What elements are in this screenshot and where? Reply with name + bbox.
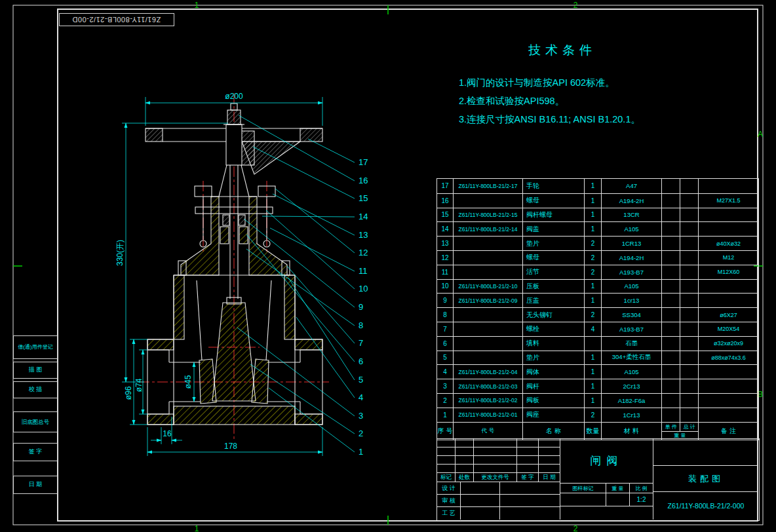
bom-cell-name: 阀板 bbox=[522, 393, 584, 408]
bom-header-weight-group: 单 件 总 计 重 量 bbox=[661, 423, 698, 440]
callout-number: 2 bbox=[359, 428, 363, 438]
bom-cell-qty: 1 bbox=[584, 279, 601, 294]
dim-boss-od: ø96 bbox=[124, 386, 133, 400]
label-review: 审 核 bbox=[437, 495, 461, 506]
callout-number: 14 bbox=[359, 212, 368, 221]
bom-cell-no: 1 bbox=[437, 408, 453, 422]
bom-cell-no: 15 bbox=[437, 208, 453, 222]
change-record-cell bbox=[456, 456, 474, 465]
bom-cell-unit bbox=[661, 208, 680, 222]
callout-number: 6 bbox=[359, 356, 363, 366]
dim-open-height: 330(开) bbox=[115, 240, 125, 266]
bom-cell-code: Z61/11Y-800LB-21/2-15 bbox=[453, 208, 522, 222]
label-design: 设 计 bbox=[437, 482, 461, 494]
technical-condition-item: 2.检查和试验按API598。 bbox=[459, 92, 754, 110]
bom-cell-no: 3 bbox=[437, 379, 453, 393]
change-record-cell bbox=[539, 439, 560, 447]
bom-cell-code: Z61/11Y-800LB-21/2-03 bbox=[453, 379, 522, 393]
bom-cell-code: Z61/11Y-800LB-21/2-01 bbox=[453, 408, 522, 422]
bom-cell-no: 8 bbox=[437, 307, 453, 322]
label-mark: 标记 bbox=[437, 473, 456, 482]
bom-cell-qty: 1 bbox=[584, 193, 601, 208]
bom-cell-qty: 1 bbox=[584, 364, 601, 379]
bom-row: 10Z61/11Y-800LB-21/2-10压板1A105 bbox=[437, 279, 758, 294]
change-record-cell bbox=[437, 465, 456, 473]
bom-cell-rem bbox=[698, 179, 758, 193]
bom-row: 17Z61/11Y-800LB-21/2-17手轮1A47 bbox=[437, 179, 758, 193]
label-stamp-mark: 图样标记 bbox=[560, 484, 606, 493]
bom-cell-tot bbox=[680, 221, 698, 236]
bom-cell-no: 5 bbox=[437, 351, 453, 365]
bom-row: 3Z61/11Y-800LB-21/2-03阀杆12Cr13 bbox=[437, 379, 758, 393]
callout-number: 13 bbox=[359, 230, 368, 240]
weight-value bbox=[606, 493, 630, 506]
bom-cell-no: 7 bbox=[437, 322, 453, 336]
bom-cell-name: 阀座 bbox=[522, 408, 584, 422]
margin-box-old-original-no: 旧底图总号 bbox=[13, 411, 58, 432]
bom-cell-no: 17 bbox=[437, 179, 453, 193]
bom-cell-qty bbox=[584, 336, 601, 351]
bom-cell-rem: M12 bbox=[698, 250, 758, 265]
bom-cell-no: 16 bbox=[437, 193, 453, 208]
callout-number: 5 bbox=[359, 375, 363, 385]
bom-cell-tot bbox=[680, 279, 698, 294]
bom-row: 14Z61/11Y-800LB-21/2-14阀盖1A105 bbox=[437, 221, 758, 236]
callout-number: 7 bbox=[359, 338, 363, 348]
bom-cell-mat: A194-2H bbox=[601, 193, 661, 208]
bom-cell-no: 13 bbox=[437, 236, 453, 250]
bom-header-qty: 数量 bbox=[584, 423, 601, 440]
bom-row: 6填料石墨ø32xø20x9 bbox=[437, 336, 758, 351]
bom-cell-mat: A105 bbox=[601, 364, 661, 379]
gland-assembly bbox=[195, 186, 275, 247]
bom-cell-qty: 2 bbox=[584, 307, 601, 322]
label-weight: 重 量 bbox=[606, 484, 630, 493]
bom-cell-name: 垫片 bbox=[522, 351, 584, 365]
label-process: 工 艺 bbox=[437, 507, 461, 520]
bom-cell-unit bbox=[661, 364, 680, 379]
handwheel bbox=[146, 104, 322, 174]
sign-cell bbox=[461, 507, 500, 520]
seat-ring bbox=[252, 359, 269, 404]
callout-numbers: 17 16 15 14 13 12 11 10 9 8 7 6 5 4 3 2 … bbox=[359, 157, 368, 457]
sign-cell bbox=[461, 495, 500, 506]
cad-sheet: { "sheet": { "stamp": "Z61/11Y-800LB-21/… bbox=[0, 0, 776, 532]
bom-cell-qty: 2 bbox=[584, 265, 601, 279]
bom-cell-tot bbox=[680, 293, 698, 307]
title-block: 标记 处数 更改文件号 签 字 日 期 设 计 审 核 工 艺 闸阀 图样标记 … bbox=[436, 438, 760, 521]
bom-cell-name: 垫片 bbox=[522, 236, 584, 250]
seat-ring bbox=[199, 359, 216, 404]
bom-cell-rem: ø32xø20x9 bbox=[698, 336, 758, 351]
bom-cell-mat: 13CR bbox=[601, 208, 661, 222]
change-record-labels: 标记 处数 更改文件号 签 字 日 期 bbox=[437, 473, 560, 482]
change-record-cell bbox=[437, 447, 456, 456]
zone-label: 1 bbox=[195, 524, 199, 532]
stamp-mark-value bbox=[560, 493, 606, 506]
bom-cell-code: Z61/11Y-800LB-21/2-17 bbox=[453, 179, 522, 193]
bom-cell-no: 10 bbox=[437, 279, 453, 294]
bom-cell-name: 活节 bbox=[522, 265, 584, 279]
bom-cell-name: 阀盖 bbox=[522, 221, 584, 236]
bom-header-remark: 备 注 bbox=[698, 423, 758, 440]
bom-cell-rem bbox=[698, 221, 758, 236]
bom-cell-rem bbox=[698, 408, 758, 422]
change-record-cell bbox=[517, 456, 539, 465]
bom-cell-mat: A105 bbox=[601, 221, 661, 236]
change-record-cell bbox=[474, 439, 517, 447]
label-scale: 比 例 bbox=[630, 484, 653, 493]
bom-cell-name: 螺母 bbox=[522, 250, 584, 265]
zone-label: 1 bbox=[195, 1, 199, 10]
bom-cell-code: Z61/11Y-800LB-21/2-10 bbox=[453, 279, 522, 294]
bom-cell-qty: 2 bbox=[584, 250, 601, 265]
handwheel-nut bbox=[227, 110, 241, 124]
sign-row-design: 设 计 bbox=[437, 482, 560, 495]
change-record-cell bbox=[437, 439, 456, 447]
change-record-grid bbox=[437, 439, 560, 473]
bom-cell-name: 阀杆螺母 bbox=[522, 208, 584, 222]
bom-row: 11活节2A193-B7M12X60 bbox=[437, 265, 758, 279]
bom-cell-rem: M12X60 bbox=[698, 265, 758, 279]
part-name: 闸阀 bbox=[560, 439, 653, 484]
zone-label: 2 bbox=[573, 524, 578, 532]
title-block-change-record: 标记 处数 更改文件号 签 字 日 期 设 计 审 核 工 艺 bbox=[437, 439, 560, 520]
change-record-cell bbox=[539, 447, 560, 456]
bom-cell-tot bbox=[680, 236, 698, 250]
